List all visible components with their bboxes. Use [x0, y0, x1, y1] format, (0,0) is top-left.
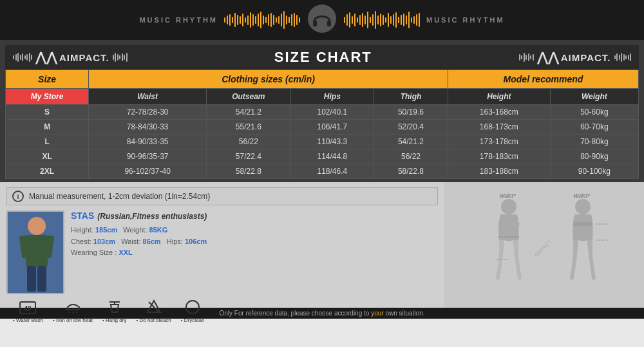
- col-outseam: Outseam: [207, 89, 291, 105]
- water-wash-label: • Water wash: [13, 317, 43, 323]
- height-cell: 178-183cm: [448, 149, 550, 164]
- outseam-cell: 57/22.4: [207, 149, 291, 164]
- weight-cell: 50-60kg: [550, 105, 638, 120]
- table-row: L84-90/33-3556/22110/43.354/21.2173-178c…: [6, 135, 639, 149]
- music-text-left: MUSIC RHYTHM: [139, 16, 218, 24]
- table-row: 2XL96-102/37-4058/22.8118/46.458/22.8183…: [6, 164, 639, 179]
- model-wearing-size: XXL: [118, 249, 132, 256]
- headphone-icon: [307, 3, 337, 37]
- svg-text:40: 40: [24, 305, 32, 312]
- waveform-brand-right2: [614, 51, 632, 64]
- height-cell: 173-178cm: [448, 135, 550, 149]
- weight-cell: 80-90kg: [550, 149, 638, 164]
- weight-cell: 60-70kg: [550, 120, 638, 135]
- model-photo: [6, 211, 64, 294]
- svg-text:Waist*: Waist*: [573, 192, 590, 199]
- hips-cell: 118/46.4: [290, 164, 374, 179]
- thigh-cell: 54/21.2: [374, 135, 448, 149]
- outseam-cell: 54/21.2: [207, 105, 291, 120]
- music-text-right: MUSIC RHYTHM: [426, 16, 505, 24]
- svg-point-26: [575, 199, 591, 214]
- height-cell: 168-173cm: [448, 120, 550, 135]
- care-dryclean: • Dryclean: [181, 298, 205, 323]
- table-row: M78-84/30-3355/21.6106/41.752/20.4168-17…: [6, 120, 639, 135]
- footer-text: Only For reference data, please choose a…: [219, 310, 371, 317]
- svg-rect-8: [27, 266, 36, 292]
- model-waist-value: 86cm: [143, 238, 161, 245]
- model-height-value: 185cm: [95, 226, 117, 234]
- chart-header: ⋀⋀ AIMPACT. SIZE CHART: [5, 45, 639, 70]
- waveform-right: [344, 10, 420, 30]
- col-height: Height: [448, 89, 550, 105]
- model-section: STAS (Russian,Fitness enthusiasts) Heigh…: [6, 211, 438, 294]
- dryclean-label: • Dryclean: [181, 317, 205, 323]
- outseam-cell: 56/22: [207, 135, 291, 149]
- mannequin-svg: Waist* Waist*: [448, 185, 641, 305]
- size-cell: XL: [6, 149, 89, 164]
- care-hang-dry: • Hang dry: [102, 298, 126, 323]
- brand-logo-left: ⋀⋀ AIMPACT.: [35, 50, 109, 65]
- bottom-section: i Manual measurement, 1-2cm deviation (1…: [0, 182, 644, 308]
- height-cell: 163-168cm: [448, 105, 550, 120]
- col-header-model: Model recommend: [448, 70, 638, 89]
- brand-logo-right: ⋀⋀ AIMPACT.: [537, 50, 611, 65]
- model-chest-value: 103cm: [93, 238, 115, 245]
- waist-cell: 90-96/35-37: [89, 149, 207, 164]
- hang-dry-label: • Hang dry: [102, 317, 126, 323]
- svg-rect-5: [26, 235, 48, 267]
- waist-cell: 72-78/28-30: [89, 105, 207, 120]
- col-waist: Waist: [89, 89, 207, 105]
- svg-point-22: [501, 199, 516, 214]
- waist-cell: 96-102/37-40: [89, 164, 207, 179]
- col-hips: Hips: [290, 89, 374, 105]
- svg-rect-27: [573, 222, 592, 226]
- thigh-cell: 58/22.8: [374, 164, 448, 179]
- waveform-brand-right: [519, 51, 534, 64]
- hang-dry-icon: [106, 298, 124, 316]
- iron-icon: [64, 298, 82, 316]
- model-subtitle: (Russian,Fitness enthusiasts): [97, 212, 207, 221]
- model-name: STAS: [71, 211, 94, 221]
- footer-text2: own situation.: [385, 310, 424, 317]
- hips-cell: 106/41.7: [290, 120, 374, 135]
- col-my-store: My Store: [6, 89, 89, 105]
- notice-icon: i: [12, 191, 24, 202]
- size-chart-container: ⋀⋀ AIMPACT. SIZE CHART: [0, 40, 644, 182]
- measurement-notice: i Manual measurement, 1-2cm deviation (1…: [6, 187, 438, 205]
- water-wash-icon: 40: [19, 298, 37, 316]
- svg-point-4: [28, 217, 46, 235]
- height-cell: 183-188cm: [448, 164, 550, 179]
- bottom-left-panel: i Manual measurement, 1-2cm deviation (1…: [0, 182, 444, 308]
- outseam-cell: 58/22.8: [207, 164, 291, 179]
- footer-highlight: your: [371, 310, 383, 317]
- svg-text:Waist*: Waist*: [499, 192, 516, 199]
- size-cell: M: [6, 120, 89, 135]
- weight-cell: 70-80kg: [550, 135, 638, 149]
- chart-title: SIZE CHART: [274, 49, 372, 66]
- weight-cell: 90-100kg: [550, 164, 638, 179]
- dryclean-icon: [184, 298, 202, 316]
- waveform-left: [224, 10, 300, 30]
- model-height-stat: Height: 185cm Weight: 85KG: [71, 225, 438, 236]
- iron-label: • Iron on low heat: [53, 317, 93, 323]
- svg-point-18: [186, 301, 199, 314]
- waveform-brand-left2: [113, 51, 128, 64]
- thigh-cell: 52/20.4: [374, 120, 448, 135]
- no-bleach-label: • Do not bleach: [136, 317, 171, 323]
- size-cell: 2XL: [6, 164, 89, 179]
- waveform-brand-left: [13, 51, 32, 64]
- care-iron: • Iron on low heat: [53, 298, 93, 323]
- bottom-right-panel: Waist* Waist*: [444, 182, 644, 308]
- model-hips-value: 106cm: [185, 238, 207, 245]
- waist-cell: 84-90/33-35: [89, 135, 207, 149]
- no-bleach-icon: [145, 298, 163, 316]
- thigh-cell: 56/22: [374, 149, 448, 164]
- col-thigh: Thigh: [374, 89, 448, 105]
- care-no-bleach: • Do not bleach: [136, 298, 171, 323]
- size-cell: L: [6, 135, 89, 149]
- size-cell: S: [6, 105, 89, 120]
- size-table: Size Clothing sizes (cm/in) Model recomm…: [5, 70, 639, 179]
- model-size-stat: Wearing Size : XXL: [71, 247, 438, 259]
- hips-cell: 114/44.8: [290, 149, 374, 164]
- waist-cell: 78-84/30-33: [89, 120, 207, 135]
